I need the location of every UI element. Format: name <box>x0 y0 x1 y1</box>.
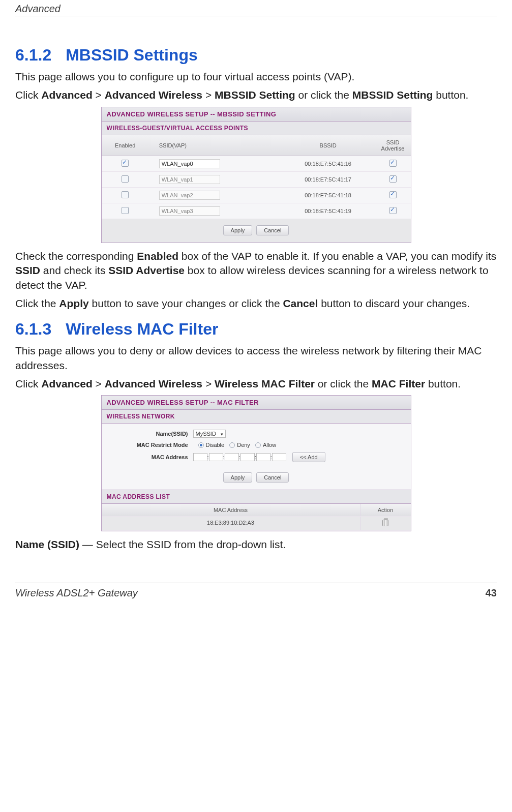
bssid-value: 00:18:E7:5C:41:19 <box>281 203 375 219</box>
advertise-checkbox[interactable] <box>389 160 397 167</box>
bold: MBSSID Setting <box>215 89 295 101</box>
section-6-1-3-heading: 6.1.3Wireless MAC Filter <box>15 320 497 339</box>
section-number: 6.1.3 <box>15 320 51 338</box>
radio-allow[interactable] <box>255 442 261 448</box>
bssid-value: 00:18:E7:5C:41:16 <box>281 156 375 171</box>
col-ssid: SSID(VAP) <box>149 135 281 156</box>
bold: Advanced <box>41 378 92 389</box>
col-bssid: BSSID <box>281 135 375 156</box>
panel-section: WIRELESS NETWORK <box>102 410 411 424</box>
select-value: MySSID <box>196 431 216 437</box>
panel-title: ADVANCED WIRELESS SETUP -- MBSSID SETTIN… <box>102 107 411 122</box>
bold: Advanced <box>41 89 92 101</box>
mac-list-title: MAC ADDRESS LIST <box>102 490 411 504</box>
vap-tbody: 00:18:E7:5C:41:1600:18:E7:5C:41:1700:18:… <box>102 156 411 219</box>
apply-button[interactable]: Apply <box>223 472 253 483</box>
paragraph: Name (SSID) — Select the SSID from the d… <box>15 537 497 552</box>
row-name-ssid: Name(SSID) MySSID ▾ <box>102 428 411 440</box>
paragraph: Click Advanced > Advanced Wireless > Wir… <box>15 377 497 391</box>
row-mac-mode: MAC Restrict Mode Disable Deny Allow <box>102 440 411 450</box>
header-title: Advanced <box>15 3 61 14</box>
bold: Enabled <box>137 250 178 262</box>
bold: MBSSID Setting <box>352 89 433 101</box>
section-number: 6.1.2 <box>15 46 51 64</box>
page-number: 43 <box>486 587 497 599</box>
paragraph: This page allows you to deny or allow de… <box>15 344 497 373</box>
page-header: Advanced <box>15 0 497 16</box>
ssid-input[interactable] <box>159 191 220 200</box>
radio-label: Disable <box>206 442 225 448</box>
cancel-button[interactable]: Cancel <box>256 472 289 483</box>
radio-label: Allow <box>263 442 276 448</box>
apply-button[interactable]: Apply <box>223 225 253 235</box>
button-row: Apply Cancel <box>102 466 411 490</box>
radio-deny[interactable] <box>229 442 235 448</box>
chevron-down-icon: ▾ <box>221 432 223 437</box>
mac-list-body: 18:E3:89:10:D2:A3 <box>102 517 411 531</box>
table-row: 00:18:E7:5C:41:18 <box>102 187 411 203</box>
mac-address-list: MAC ADDRESS LIST MAC Address Action 18:E… <box>102 490 411 531</box>
name-ssid-label: Name(SSID) <box>102 431 193 437</box>
name-ssid-select[interactable]: MySSID ▾ <box>193 430 226 438</box>
footer-product: Wireless ADSL2+ Gateway <box>15 587 138 599</box>
table-row: 00:18:E7:5C:41:17 <box>102 171 411 187</box>
ssid-input[interactable] <box>159 175 220 184</box>
cancel-button[interactable]: Cancel <box>256 225 289 235</box>
col-action: Action <box>360 504 411 516</box>
panel-subtitle: WIRELESS-GUEST/VIRTUAL ACCESS POINTS <box>102 122 411 135</box>
paragraph: This page allows you to configure up to … <box>15 70 497 84</box>
mac-mode-label: MAC Restrict Mode <box>102 442 193 448</box>
bold: MAC Filter <box>372 378 425 389</box>
enabled-checkbox[interactable] <box>122 207 129 214</box>
mac-octet-input[interactable] <box>272 453 286 461</box>
mac-octet-input[interactable] <box>209 453 223 461</box>
bold: SSID Advertise <box>108 264 185 276</box>
page-footer: Wireless ADSL2+ Gateway 43 <box>15 583 497 605</box>
content: 6.1.2MBSSID Settings This page allows yo… <box>15 16 497 552</box>
bssid-value: 00:18:E7:5C:41:17 <box>281 171 375 187</box>
button-row: Apply Cancel <box>102 219 411 243</box>
paragraph: Click Advanced > Advanced Wireless > MBS… <box>15 88 497 102</box>
mbssid-panel: ADVANCED WIRELESS SETUP -- MBSSID SETTIN… <box>101 107 411 243</box>
bold: SSID <box>15 264 40 276</box>
advertise-checkbox[interactable] <box>389 175 397 183</box>
col-address: MAC Address <box>102 504 360 516</box>
advertise-checkbox[interactable] <box>389 207 397 214</box>
table-row: 00:18:E7:5C:41:16 <box>102 156 411 171</box>
bold: Name (SSID) <box>15 538 79 550</box>
col-enabled: Enabled <box>102 135 149 156</box>
enabled-checkbox[interactable] <box>122 175 129 183</box>
table-row: 00:18:E7:5C:41:19 <box>102 203 411 219</box>
enabled-checkbox[interactable] <box>122 160 129 167</box>
ssid-input[interactable] <box>159 206 220 216</box>
mac-octet-input[interactable] <box>193 453 207 461</box>
bold: Cancel <box>283 297 318 309</box>
section-title: Wireless MAC Filter <box>66 320 218 338</box>
paragraph: Click the Apply button to save your chan… <box>15 296 497 311</box>
bssid-value: 00:18:E7:5C:41:18 <box>281 187 375 203</box>
advertise-checkbox[interactable] <box>389 191 397 198</box>
mac-address-value: 18:E3:89:10:D2:A3 <box>102 517 360 530</box>
bold: Advanced Wireless <box>105 378 202 389</box>
mac-list-header: MAC Address Action <box>102 504 411 517</box>
mac-octet-input[interactable] <box>225 453 239 461</box>
section-title: MBSSID Settings <box>66 46 198 64</box>
mac-octet-input[interactable] <box>240 453 255 461</box>
mbssid-screenshot: ADVANCED WIRELESS SETUP -- MBSSID SETTIN… <box>15 107 497 243</box>
trash-icon[interactable] <box>382 520 388 526</box>
ssid-input[interactable] <box>159 159 220 168</box>
panel-title: ADVANCED WIRELESS SETUP -- MAC FILTER <box>102 396 411 410</box>
radio-disable[interactable] <box>198 442 204 448</box>
add-button[interactable]: << Add <box>292 452 325 462</box>
bold: Wireless MAC Filter <box>215 378 315 389</box>
radio-label: Deny <box>237 442 250 448</box>
mac-panel: ADVANCED WIRELESS SETUP -- MAC FILTER WI… <box>101 395 411 531</box>
enabled-checkbox[interactable] <box>122 191 129 198</box>
paragraph: Check the corresponding Enabled box of t… <box>15 249 497 292</box>
row-mac-address: MAC Address : : : : : << Add <box>102 450 411 464</box>
section-6-1-2-heading: 6.1.2MBSSID Settings <box>15 46 497 65</box>
mac-address-label: MAC Address <box>102 454 193 460</box>
mac-octet-input[interactable] <box>256 453 270 461</box>
vap-table: Enabled SSID(VAP) BSSID SSID Advertise 0… <box>102 135 411 219</box>
col-adv: SSID Advertise <box>375 135 411 156</box>
